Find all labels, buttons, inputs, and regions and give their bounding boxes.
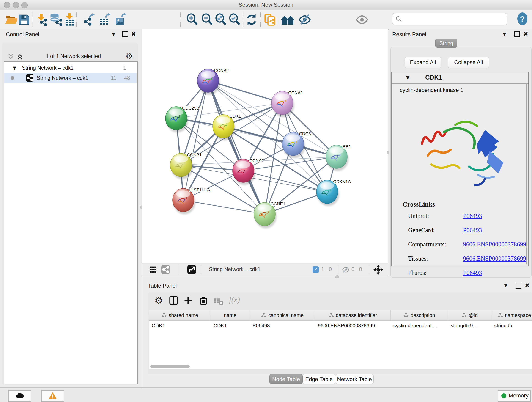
column-header-name[interactable]: name [211, 310, 250, 320]
panel-close-icon[interactable]: ✖ [523, 31, 528, 37]
show-all-button[interactable] [355, 13, 368, 26]
horizontal-scrollbar[interactable] [150, 365, 190, 368]
open-session-button[interactable] [5, 13, 17, 26]
fit-selected-crosshair-icon[interactable] [374, 265, 383, 274]
export-table-button[interactable] [99, 13, 112, 26]
warnings-button[interactable] [41, 390, 64, 402]
column-header-description[interactable]: description [391, 310, 448, 320]
duplicate-network-button[interactable] [264, 13, 277, 26]
tab-node-table[interactable]: Node Table [269, 374, 303, 384]
open-in-window-icon[interactable] [187, 265, 196, 274]
export-network-button[interactable] [83, 13, 96, 26]
grid-view-icon[interactable] [149, 266, 157, 273]
panel-close-icon[interactable]: ✖ [131, 31, 136, 37]
hidden-eye-icon[interactable] [342, 266, 350, 274]
network-collection-row[interactable]: ▼ String Network – cdk1 1 [4, 63, 137, 73]
show-columns-icon[interactable] [169, 295, 180, 306]
tab-edge-table[interactable]: Edge Table [303, 374, 335, 384]
column-header-shared-name[interactable]: shared name [149, 310, 211, 320]
table-cell[interactable]: P06493 [250, 321, 315, 331]
column-header-database-identifier[interactable]: database identifier [315, 310, 391, 320]
panel-menu-icon[interactable]: ▼ [504, 283, 507, 288]
crosslink-label: GeneCard: [408, 227, 435, 234]
crosslink-link[interactable]: P06493 [463, 269, 482, 276]
panel-menu-icon[interactable]: ▼ [503, 31, 506, 37]
expand-all-icon[interactable] [16, 53, 24, 61]
collapse-all-icon[interactable] [7, 53, 15, 61]
expand-all-button[interactable]: Expand All [405, 57, 441, 68]
crosslink-label: Uniprot: [408, 212, 429, 219]
column-header-canonical-name[interactable]: canonical name [250, 310, 315, 320]
delete-column-icon[interactable] [198, 295, 209, 306]
network-badge-icon[interactable] [161, 265, 170, 274]
network-graph[interactable]: CCNB2CCNA1CDC25BCDK1CDC6RB1CCNB1CCNA2CDK… [142, 29, 388, 263]
panel-float-icon[interactable] [122, 31, 128, 37]
results-panel-title: Results Panel [392, 31, 426, 38]
node-label: CDC6 [299, 131, 311, 136]
zoom-in-button[interactable] [186, 13, 199, 26]
tree-expander-icon[interactable]: ▼ [13, 63, 16, 73]
collapse-all-button[interactable]: Collapse All [448, 57, 489, 68]
footer-separator [201, 265, 201, 274]
column-header-label: canonical name [268, 313, 304, 318]
selected-count: 1 - 0 [321, 266, 332, 273]
fit-content-button[interactable] [215, 13, 228, 26]
crosslink-link[interactable]: P06493 [463, 227, 482, 234]
refresh-button[interactable] [245, 13, 258, 26]
selected-nodes-checkbox-icon[interactable]: ✓ [312, 266, 319, 273]
table-cell[interactable]: cyclin-dependent ... [391, 321, 448, 331]
section-expander-icon[interactable]: ▼ [406, 75, 409, 80]
memory-button[interactable]: Memory [498, 390, 531, 402]
collection-count: 1 [123, 63, 126, 73]
search-input[interactable] [404, 14, 504, 24]
table-cell[interactable]: CDK1 [211, 321, 250, 331]
network-canvas[interactable]: CCNB2CCNA1CDC25BCDK1CDC6RB1CCNB1CCNA2CDK… [142, 29, 388, 263]
gene-name: CDK1 [425, 74, 442, 81]
table-cell[interactable]: 9606.ENSP00000378699 [315, 321, 391, 331]
memory-label: Memory [509, 392, 529, 399]
zoom-out-button[interactable] [201, 13, 214, 26]
import-network-database-button[interactable] [50, 13, 63, 26]
results-panel: Results Panel ▼ ✖ String Expand All Coll… [389, 29, 532, 279]
hide-selected-button[interactable] [298, 13, 311, 26]
formula-builder-icon: f(x) [229, 295, 240, 304]
table-settings-gear-icon[interactable]: ⚙ [154, 295, 163, 306]
panel-float-icon[interactable] [515, 283, 521, 288]
column-type-icon [462, 313, 467, 318]
cloud-status-button[interactable] [8, 390, 31, 402]
warning-icon [48, 391, 57, 400]
tab-network-table[interactable]: Network Table [335, 374, 374, 384]
network-row-selected[interactable]: String Network – cdk1 11 48 [4, 73, 137, 83]
column-header-namespace[interactable]: namespace [491, 310, 532, 320]
crosslink-label: Pharos: [408, 269, 427, 276]
crosslink-label: Compartments: [408, 241, 446, 248]
table-row[interactable]: CDK1CDK1P064939606.ENSP00000378699cyclin… [149, 321, 532, 331]
tab-string[interactable]: String [435, 38, 457, 48]
search-field[interactable] [392, 13, 507, 25]
panel-float-icon[interactable] [514, 31, 520, 37]
import-network-file-button[interactable] [35, 13, 48, 26]
column-header--id[interactable]: @id [448, 310, 491, 320]
crosslink-link[interactable]: P06493 [463, 212, 482, 220]
panel-menu-icon[interactable]: ▼ [112, 31, 115, 37]
table-cell[interactable]: stringdb [491, 321, 532, 331]
crosslink-link[interactable]: 9606.ENSP00000378699 [463, 255, 526, 262]
table-cell[interactable]: stringdb:9... [448, 321, 491, 331]
crosslink-link[interactable]: 9606.ENSP00000378699 [463, 241, 526, 248]
export-image-button[interactable] [115, 13, 128, 26]
zoom-selected-button[interactable] [228, 13, 241, 26]
current-network-name: String Network – cdk1 [209, 266, 260, 273]
delete-table-icon[interactable] [214, 296, 225, 307]
add-column-icon[interactable] [183, 295, 194, 306]
fit-content-icon [215, 13, 228, 26]
horizontal-splitter[interactable] [142, 276, 388, 279]
import-table-file-button[interactable] [63, 13, 76, 26]
first-neighbors-button[interactable] [281, 13, 294, 26]
gene-section-header[interactable]: ▼ CDK1 [392, 72, 528, 84]
zoom-out-icon [201, 13, 214, 26]
help-button[interactable]: ? [517, 12, 527, 25]
panel-close-icon[interactable]: ✖ [525, 282, 530, 289]
save-session-button[interactable] [17, 13, 30, 26]
table-cell[interactable]: CDK1 [149, 321, 211, 331]
network-options-gear-icon[interactable]: ⚙ [126, 51, 133, 61]
